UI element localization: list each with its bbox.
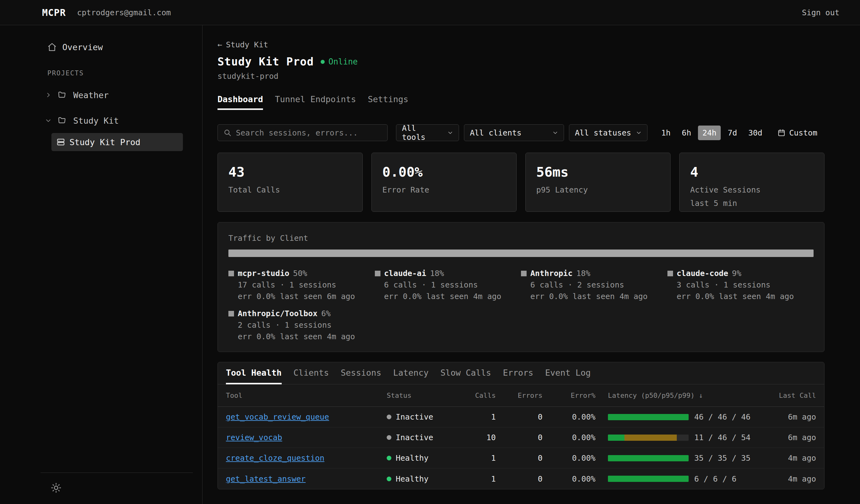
chevron-down-icon [45,117,52,124]
latency-bar [608,476,689,482]
home-icon [47,42,57,52]
sidebar-item-weather[interactable]: Weather [0,88,202,102]
clients-filter-select[interactable]: All clients [464,124,564,141]
error-pct-cell: 0.00% [543,433,596,442]
sidebar-item-label: Overview [62,42,103,52]
sidebar-item-overview[interactable]: Overview [0,38,202,56]
calls-cell: 1 [458,474,496,484]
range-6h-button[interactable]: 6h [677,126,696,140]
search-input[interactable] [236,128,382,138]
range-24h-button[interactable]: 24h [698,126,721,140]
latency-cell: 46 / 46 / 46 [596,413,751,421]
table-tab-latency[interactable]: Latency [393,363,429,384]
col-header-status: Status [387,391,458,399]
client-name: mcpr-studio [238,268,289,279]
filter-bar: All tools All clients All statuses [217,124,825,141]
errors-cell: 0 [496,474,543,484]
back-link-label: Study Kit [226,40,268,49]
tool-link[interactable]: get_vocab_review_queue [226,413,387,421]
client-entry: mcpr-studio 50% 17 calls · 1 sessions er… [228,268,375,302]
sidebar-item-study-kit-prod[interactable]: Study Kit Prod [52,133,183,151]
sidebar-item-study-kit[interactable]: Study Kit [0,113,202,128]
status-label: Healthy [396,474,428,484]
folder-icon [58,91,66,99]
stat-value: 0.00% [382,164,506,180]
status-dot-icon [387,477,391,481]
statuses-filter-select[interactable]: All statuses [569,124,647,141]
back-arrow-icon: ← [217,40,222,49]
back-link[interactable]: ← Study Kit [217,40,268,49]
folder-open-icon [58,116,66,125]
sidebar-item-label: Weather [73,90,109,100]
table-tab-errors[interactable]: Errors [503,363,533,384]
range-1h-button[interactable]: 1h [657,126,675,140]
stat-value: 4 [690,164,814,180]
client-meta: err 0.0% last seen 4m ago [384,291,521,302]
client-pct: 18% [576,268,590,279]
server-slug: studykit-prod [217,72,825,81]
custom-range-button[interactable]: Custom [777,128,817,138]
errors-cell: 0 [496,433,543,442]
latency-bar [608,414,689,420]
sidebar-divider [41,473,193,473]
client-entry: Anthropic 18% 6 calls · 2 sessions err 0… [521,268,668,302]
theme-toggle-button[interactable] [50,481,63,495]
latency-cell: 35 / 35 / 35 [596,453,751,463]
range-7d-button[interactable]: 7d [723,126,741,140]
latency-values: 35 / 35 / 35 [694,453,751,463]
status-cell: Healthy [387,474,458,484]
stat-label: p95 Latency [536,185,660,195]
chevron-down-icon [636,130,642,135]
calls-cell: 10 [458,433,496,442]
errors-cell: 0 [496,453,543,463]
client-meta: err 0.0% last seen 6m ago [238,291,375,302]
table-row: create_cloze_question Healthy 1 0 0.00% … [218,448,824,469]
stat-value: 56ms [536,164,660,180]
traffic-distribution-bar [228,249,814,257]
last-call-cell: 4m ago [751,474,816,484]
range-30d-button[interactable]: 30d [744,126,766,140]
col-header-latency[interactable]: Latency (p50/p95/p99) ↓ [596,391,751,399]
tab-settings[interactable]: Settings [368,95,408,110]
client-name: claude-code [677,268,729,279]
search-box[interactable] [217,124,388,141]
app-shell: Overview PROJECTS Weather Study [0,25,860,504]
status-label: Healthy [396,453,428,463]
app-root: MCPR cptrodgers@gmail.com Sign out Overv… [0,0,860,504]
online-dot-icon [321,60,325,64]
client-swatch-icon [228,311,234,316]
sidebar: Overview PROJECTS Weather Study [0,25,202,504]
status-badge-label: Online [328,57,358,66]
status-label: Inactive [396,433,433,442]
table-tab-event-log[interactable]: Event Log [545,363,591,384]
table-tabs: Tool Health Clients Sessions Latency Slo… [218,362,824,384]
client-detail: 2 calls · 1 sessions [238,319,375,331]
stat-cards: 43 Total Calls 0.00% Error Rate 56ms p95… [217,153,825,212]
app-logo[interactable]: MCPR [42,7,66,18]
client-swatch-icon [375,271,381,276]
table-tab-slow-calls[interactable]: Slow Calls [440,363,491,384]
tools-filter-select[interactable]: All tools [396,124,459,141]
status-dot-icon [387,456,391,460]
sidebar-item-label: Study Kit Prod [70,138,141,147]
tool-link[interactable]: review_vocab [226,433,387,442]
title-row: Study Kit Prod Online [217,55,825,68]
client-pct: 18% [430,268,444,279]
client-entry: Anthropic/Toolbox 6% 2 calls · 1 session… [228,308,375,342]
sign-out-link[interactable]: Sign out [802,8,840,17]
status-cell: Inactive [387,413,458,421]
error-pct-cell: 0.00% [543,413,596,421]
latency-values: 11 / 46 / 54 [694,433,751,442]
client-meta: err 0.0% last seen 4m ago [677,291,814,302]
tool-link[interactable]: get_latest_answer [226,474,387,484]
status-dot-icon [387,435,391,440]
tool-link[interactable]: create_cloze_question [226,453,387,463]
latency-bar [608,434,689,441]
table-tab-sessions[interactable]: Sessions [341,363,382,384]
status-cell: Inactive [387,433,458,442]
error-pct-cell: 0.00% [543,474,596,484]
table-tab-tool-health[interactable]: Tool Health [226,363,282,384]
tab-tunnel-endpoints[interactable]: Tunnel Endpoints [275,95,356,110]
table-tab-clients[interactable]: Clients [293,363,329,384]
tab-dashboard[interactable]: Dashboard [217,95,263,110]
